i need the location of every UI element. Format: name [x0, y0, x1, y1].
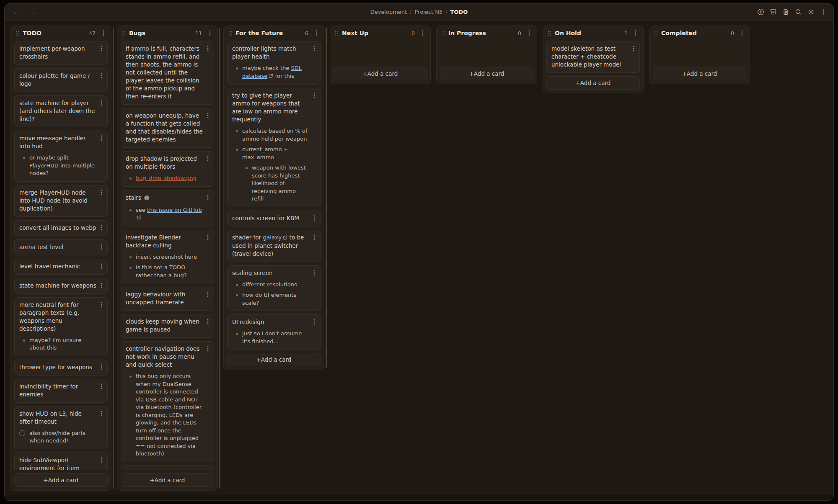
card[interactable]: controller lights match player healthmay… — [227, 41, 321, 85]
card[interactable]: thrower type for weapons — [14, 360, 108, 375]
card-menu-button[interactable] — [204, 345, 212, 353]
document-button[interactable] — [780, 6, 791, 18]
card[interactable]: scaling screendifferent resolutionshow d… — [227, 265, 321, 311]
card[interactable]: on weapon unequip, have a function that … — [121, 108, 214, 148]
card-menu-button[interactable] — [204, 233, 212, 242]
card[interactable]: controller navigation does not work in p… — [121, 341, 214, 462]
column-menu-button[interactable] — [312, 28, 321, 38]
card[interactable]: drop shadow is projected on multiple flo… — [121, 151, 214, 187]
more-button[interactable] — [817, 6, 829, 18]
card[interactable]: move message handler into hudor maybe sp… — [14, 131, 108, 182]
column-drag-handle-icon[interactable] — [122, 30, 126, 37]
column-drag-handle-icon[interactable] — [334, 30, 339, 37]
breadcrumb-item-development[interactable]: Development — [370, 9, 407, 15]
card-menu-button[interactable] — [204, 154, 212, 163]
column-drag-handle-icon[interactable] — [654, 30, 658, 37]
card-menu-button[interactable] — [98, 262, 105, 270]
card-menu-button[interactable] — [98, 382, 105, 391]
breadcrumb-item-project-n5[interactable]: Project N5 — [415, 9, 443, 15]
card[interactable]: investigate Blender backface cullinginse… — [121, 230, 214, 284]
card[interactable]: hide SubViewport environment for item pr… — [14, 453, 108, 471]
card[interactable]: level travel mechanic — [14, 259, 108, 275]
card[interactable]: laggy behaviour with uncapped framerate — [121, 287, 214, 311]
add-card-button[interactable]: +Add a card — [121, 473, 214, 487]
card-menu-button[interactable] — [310, 91, 318, 100]
card-menu-button[interactable] — [310, 269, 318, 277]
column-scrollbar[interactable] — [113, 28, 114, 489]
card[interactable]: implement per-weapon crosshairs — [14, 41, 108, 65]
column-drag-handle-icon[interactable] — [15, 30, 20, 37]
add-card-button[interactable]: +Add a card — [440, 67, 533, 80]
card[interactable]: shader for galaxy to be used in planet s… — [227, 230, 321, 262]
card[interactable]: state machine for player (and others lat… — [14, 95, 108, 127]
card-menu-button[interactable] — [98, 243, 105, 251]
card-menu-button[interactable] — [98, 363, 105, 371]
column-menu-button[interactable] — [419, 28, 427, 38]
card-menu-button[interactable] — [98, 72, 105, 80]
card-link[interactable]: bug_drop_shadow.png — [136, 175, 197, 181]
column-card-count: 1 — [624, 30, 628, 36]
card[interactable]: show HUD on L3, hide after timeoutalso s… — [14, 406, 108, 449]
column-menu-button[interactable] — [738, 28, 746, 38]
add-card-button[interactable]: +Add a card — [334, 67, 427, 80]
card-link[interactable]: galaxy — [263, 234, 282, 241]
card-menu-button[interactable] — [98, 409, 105, 418]
card-menu-button[interactable] — [204, 44, 212, 53]
card-menu-button[interactable] — [310, 318, 318, 326]
card-menu-button[interactable] — [98, 301, 105, 309]
card-title: controller lights match player health — [232, 45, 309, 61]
card[interactable]: convert all images to webp — [14, 220, 108, 236]
card[interactable]: merge PlayerHUD node into HUD node (to a… — [14, 185, 108, 217]
card[interactable]: if ammo is full, characters stands in am… — [121, 41, 214, 105]
card-menu-button[interactable] — [98, 44, 105, 53]
checkbox-circle[interactable] — [19, 430, 25, 436]
add-card-button[interactable]: +Add a card — [546, 76, 640, 90]
card-menu-button[interactable] — [204, 469, 212, 471]
card[interactable]: targetting an enemy through a wall shoul… — [121, 465, 214, 471]
card-menu-button[interactable] — [98, 456, 105, 464]
card[interactable]: stairs see this issue on GitHub — [121, 190, 214, 226]
settings-button[interactable] — [805, 6, 817, 18]
card[interactable]: clouds keep moving when game is paused — [121, 314, 214, 338]
card-link[interactable]: this issue on GitHub — [147, 207, 202, 213]
card[interactable]: more neutral font for paragraph texts (e… — [14, 297, 108, 356]
card-menu-button[interactable] — [204, 193, 212, 202]
card[interactable]: state machine for weapons — [14, 278, 108, 294]
card-menu-button[interactable] — [98, 134, 105, 142]
archive-button[interactable] — [767, 6, 779, 18]
column-menu-button[interactable] — [631, 28, 640, 38]
add-card-button[interactable]: +Add a card — [14, 473, 108, 487]
column-scrollbar[interactable] — [219, 28, 220, 489]
add-card-button[interactable]: +Add a card — [227, 353, 321, 366]
search-icon — [795, 8, 802, 15]
card[interactable]: model skeleton as test character + cheat… — [546, 41, 640, 73]
card-menu-button[interactable] — [204, 317, 212, 326]
card[interactable]: try to give the player ammo for weapons … — [227, 88, 321, 207]
card-menu-button[interactable] — [98, 281, 105, 290]
card-menu-button[interactable] — [98, 224, 105, 232]
card-menu-button[interactable] — [310, 44, 318, 53]
circle-plus-button[interactable] — [755, 6, 766, 18]
card[interactable]: controls screen for KBM — [227, 211, 321, 226]
card-menu-button[interactable] — [310, 233, 318, 242]
card[interactable]: arena test level — [14, 239, 108, 255]
card[interactable]: UI redesignjust so I don't assume it's f… — [227, 314, 321, 350]
card-menu-button[interactable] — [204, 290, 212, 298]
column-drag-handle-icon[interactable] — [228, 30, 233, 37]
card[interactable]: invincibility timer for enemies — [14, 379, 108, 403]
column-drag-handle-icon[interactable] — [441, 30, 445, 37]
add-card-button[interactable]: +Add a card — [653, 67, 746, 80]
column-drag-handle-icon[interactable] — [547, 30, 552, 37]
card-menu-button[interactable] — [98, 99, 105, 107]
column-menu-button[interactable] — [99, 28, 108, 38]
column-scrollbar[interactable] — [326, 28, 327, 368]
search-button[interactable] — [792, 6, 804, 18]
column-menu-button[interactable] — [525, 28, 533, 38]
card-menu-button[interactable] — [98, 188, 105, 197]
card-menu-button[interactable] — [204, 111, 212, 120]
card-menu-button[interactable] — [310, 214, 318, 222]
column-menu-button[interactable] — [206, 28, 214, 38]
card[interactable]: colour palette for game / logo — [14, 68, 108, 92]
column-card-count: 47 — [89, 30, 96, 36]
card-menu-button[interactable] — [630, 44, 637, 53]
